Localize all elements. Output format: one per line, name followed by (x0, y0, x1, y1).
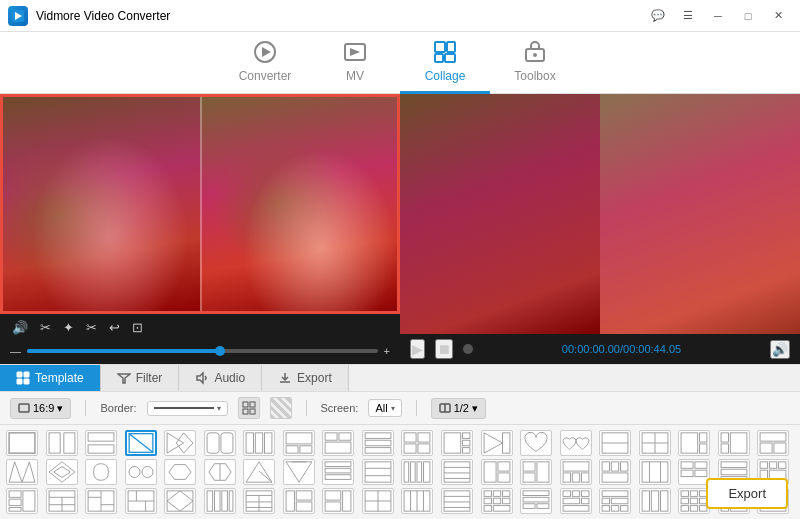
content-area: 🔊 ✂ ✦ ✂ ↩ ⊡ — + (0, 94, 800, 519)
template-r1c19[interactable] (718, 430, 750, 456)
svg-rect-12 (24, 372, 29, 377)
split-ratio-button[interactable]: 1/2 ▾ (431, 398, 486, 419)
template-r3c13[interactable] (481, 488, 513, 514)
svg-rect-193 (651, 491, 658, 511)
color-pattern-button[interactable] (270, 397, 292, 419)
template-r3c9[interactable] (322, 488, 354, 514)
template-r2c5[interactable] (164, 459, 196, 485)
template-r2c15[interactable] (560, 459, 592, 485)
maximize-button[interactable]: □ (734, 5, 762, 27)
template-rounded[interactable] (204, 430, 236, 456)
template-arrow[interactable] (164, 430, 196, 456)
right-volume-button[interactable]: 🔊 (770, 340, 790, 359)
chat-button[interactable]: 💬 (644, 5, 672, 27)
template-3h[interactable] (362, 430, 394, 456)
template-r2c10[interactable] (362, 459, 394, 485)
template-1plus3[interactable] (441, 430, 473, 456)
template-r1c20[interactable] (757, 430, 789, 456)
nav-item-mv[interactable]: MV (310, 32, 400, 94)
template-2v[interactable] (46, 430, 78, 456)
template-r3c2[interactable] (46, 488, 78, 514)
template-r2c6[interactable] (204, 459, 236, 485)
split-line (200, 94, 202, 314)
template-r3c3[interactable] (85, 488, 117, 514)
nav-item-collage[interactable]: Collage (400, 32, 490, 94)
template-3v[interactable] (243, 430, 275, 456)
template-r2c12[interactable] (441, 459, 473, 485)
right-bg (200, 94, 400, 314)
template-single[interactable] (6, 430, 38, 456)
tab-filter[interactable]: Filter (101, 365, 180, 391)
tab-export[interactable]: Export (262, 365, 349, 391)
template-2x2[interactable] (401, 430, 433, 456)
template-diagonal[interactable] (125, 430, 157, 456)
template-r2c4[interactable] (125, 459, 157, 485)
template-r3c7[interactable] (243, 488, 275, 514)
template-heart[interactable] (520, 430, 552, 456)
template-r3c11[interactable] (401, 488, 433, 514)
template-r3c4[interactable] (125, 488, 157, 514)
template-r2c17[interactable] (639, 459, 671, 485)
volume-icon[interactable]: 🔊 (10, 318, 30, 337)
template-r3c1[interactable] (6, 488, 38, 514)
svg-point-75 (142, 466, 153, 477)
svg-rect-177 (523, 497, 549, 502)
border-select[interactable]: ▾ (147, 401, 228, 416)
minimize-button[interactable]: ─ (704, 5, 732, 27)
template-2plus1[interactable] (283, 430, 315, 456)
close-button[interactable]: ✕ (764, 5, 792, 27)
undo-icon[interactable]: ↩ (107, 318, 122, 337)
svg-rect-42 (325, 442, 351, 453)
template-r3c16[interactable] (599, 488, 631, 514)
svg-rect-120 (770, 462, 777, 468)
template-r2c1[interactable] (6, 459, 38, 485)
svg-rect-190 (612, 506, 619, 512)
template-r3c8[interactable] (283, 488, 315, 514)
progress-track[interactable] (27, 349, 378, 353)
template-arrow-right[interactable] (481, 430, 513, 456)
template-r3c6[interactable] (204, 488, 236, 514)
template-r3c12[interactable] (441, 488, 473, 514)
svg-marker-71 (22, 462, 35, 482)
template-r2c3[interactable] (85, 459, 117, 485)
cut-icon[interactable]: ✂ (38, 318, 53, 337)
template-r2c9[interactable] (322, 459, 354, 485)
template-r3c14[interactable] (520, 488, 552, 514)
template-r2c13[interactable] (481, 459, 513, 485)
template-r2c7[interactable] (243, 459, 275, 485)
tab-template[interactable]: Template (0, 365, 101, 391)
template-double-heart[interactable] (560, 430, 592, 456)
grid-pattern-button[interactable] (238, 397, 260, 419)
template-r2c8[interactable] (283, 459, 315, 485)
svg-rect-112 (681, 462, 693, 468)
template-r3c5[interactable] (164, 488, 196, 514)
template-r3c10[interactable] (362, 488, 394, 514)
nav-item-converter[interactable]: Converter (220, 32, 310, 94)
template-r1c17[interactable] (639, 430, 671, 456)
crop-icon[interactable]: ⊡ (130, 318, 145, 337)
menu-button[interactable]: ☰ (674, 5, 702, 27)
tab-audio[interactable]: Audio (179, 365, 262, 391)
template-1plus2[interactable] (322, 430, 354, 456)
template-r3c15[interactable] (560, 488, 592, 514)
svg-rect-46 (405, 433, 417, 442)
nav-item-toolbox[interactable]: Toolbox (490, 32, 580, 94)
template-r2c11[interactable] (401, 459, 433, 485)
settings-icon[interactable]: ✦ (61, 318, 76, 337)
aspect-ratio-button[interactable]: 16:9 ▾ (10, 398, 71, 419)
template-r2c14[interactable] (520, 459, 552, 485)
template-r1c18[interactable] (678, 430, 710, 456)
scissors-icon[interactable]: ✂ (84, 318, 99, 337)
svg-rect-108 (602, 473, 628, 482)
right-play-button[interactable]: ▶ (410, 339, 425, 359)
svg-rect-36 (265, 433, 272, 453)
screen-select[interactable]: All ▾ (368, 399, 401, 417)
export-button[interactable]: Export (706, 478, 788, 509)
template-r1c16[interactable] (599, 430, 631, 456)
template-r3c17[interactable] (639, 488, 671, 514)
right-stop-button[interactable]: ⏹ (435, 339, 453, 359)
template-r2c2[interactable] (46, 459, 78, 485)
svg-rect-7 (435, 54, 443, 62)
template-2h[interactable] (85, 430, 117, 456)
template-r2c16[interactable] (599, 459, 631, 485)
